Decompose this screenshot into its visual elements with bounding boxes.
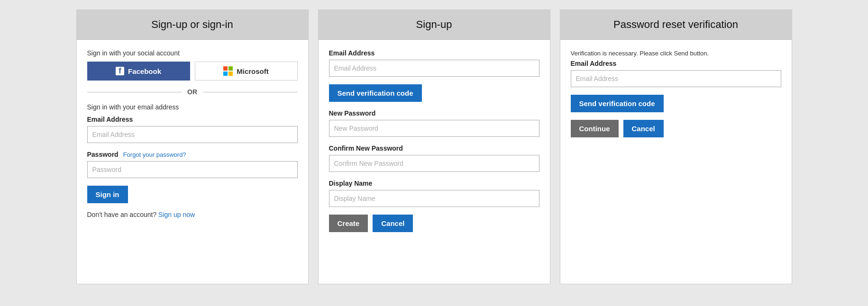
confirm-password-group: Confirm New Password: [329, 144, 539, 172]
new-password-label: New Password: [329, 109, 539, 117]
no-account-text: Don't have an account?: [87, 211, 157, 218]
microsoft-icon: [223, 66, 233, 76]
signup-cancel-button[interactable]: Cancel: [373, 215, 413, 232]
signup-link[interactable]: Sign up now: [158, 211, 195, 218]
signin-panel: Sign-up or sign-in Sign in with your soc…: [76, 9, 309, 284]
microsoft-label: Microsoft: [237, 67, 269, 75]
forgot-password-link[interactable]: Forgot your password?: [123, 151, 186, 158]
new-password-input[interactable]: [329, 120, 539, 137]
social-buttons: f Facebook Microsoft: [87, 62, 298, 81]
facebook-icon: f: [116, 67, 124, 75]
confirm-password-input[interactable]: [329, 155, 539, 172]
reset-send-code-group: Send verification code: [571, 95, 781, 112]
signup-button-row: Create Cancel: [329, 215, 539, 232]
signup-email-label: Email Address: [329, 49, 539, 57]
email-input[interactable]: [87, 126, 298, 143]
send-code-group: Send verification code: [329, 84, 539, 102]
facebook-label: Facebook: [128, 67, 161, 75]
facebook-button[interactable]: f Facebook: [87, 62, 190, 81]
email-field-group: Email Address: [87, 116, 298, 143]
reset-email-input[interactable]: [571, 70, 781, 87]
verification-note: Verification is necessary. Please click …: [571, 49, 781, 58]
signin-button-group: Sign in: [87, 186, 298, 203]
signup-email-input[interactable]: [329, 60, 539, 77]
reset-email-group: Email Address: [571, 60, 781, 87]
password-field-label: Password: [87, 151, 119, 158]
display-name-input[interactable]: [329, 190, 539, 207]
reset-cancel-button[interactable]: Cancel: [623, 120, 664, 137]
or-divider: OR: [87, 88, 298, 96]
signup-panel-header: Sign-up: [319, 10, 550, 40]
password-field-group: Password Forgot your password?: [87, 151, 298, 178]
new-password-group: New Password: [329, 109, 539, 137]
password-input[interactable]: [87, 161, 298, 178]
send-verification-button[interactable]: Send verification code: [329, 84, 422, 102]
or-text: OR: [187, 88, 197, 96]
signin-panel-header: Sign-up or sign-in: [77, 10, 308, 40]
signup-panel: Sign-up Email Address Send verification …: [318, 9, 550, 284]
reset-panel: Password reset verification Verification…: [560, 9, 792, 284]
signup-email-group: Email Address: [329, 49, 539, 77]
display-name-group: Display Name: [329, 180, 539, 207]
no-account-row: Don't have an account? Sign up now: [87, 211, 298, 218]
continue-button[interactable]: Continue: [571, 120, 619, 137]
reset-send-verification-button[interactable]: Send verification code: [571, 95, 664, 112]
display-name-label: Display Name: [329, 180, 539, 187]
social-label: Sign in with your social account: [87, 49, 298, 57]
email-signin-label: Sign in with your email address: [87, 103, 298, 111]
reset-button-row: Continue Cancel: [571, 120, 781, 137]
signin-button[interactable]: Sign in: [87, 186, 128, 203]
reset-panel-header: Password reset verification: [560, 10, 792, 40]
email-field-label: Email Address: [87, 116, 298, 123]
reset-email-label: Email Address: [571, 60, 781, 67]
confirm-password-label: Confirm New Password: [329, 144, 539, 152]
create-button[interactable]: Create: [329, 215, 368, 232]
microsoft-button[interactable]: Microsoft: [195, 62, 298, 81]
